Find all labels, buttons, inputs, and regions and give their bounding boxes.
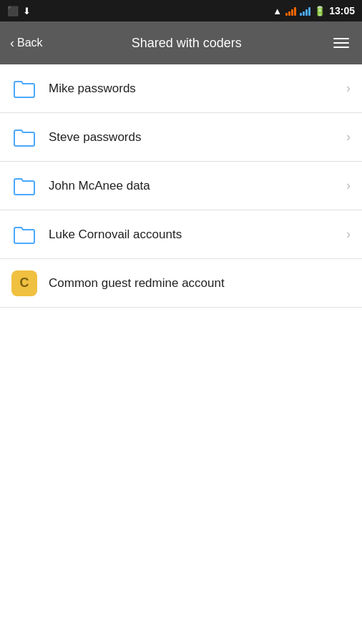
chevron-right-icon: › bbox=[346, 178, 351, 193]
credential-icon: C bbox=[11, 270, 37, 296]
list-item[interactable]: C Common guest redmine account bbox=[0, 259, 362, 308]
chevron-right-icon: › bbox=[346, 130, 351, 145]
signal-blue-icon bbox=[300, 6, 310, 16]
toolbar: ‹ Back Shared with coders bbox=[0, 21, 362, 64]
list-item[interactable]: Luke Cornovail accounts › bbox=[0, 210, 362, 259]
battery-icon: 🔋 bbox=[314, 6, 326, 16]
status-time: 13:05 bbox=[329, 5, 355, 16]
signal-orange-icon bbox=[285, 6, 296, 16]
list-container: Mike passwords › Steve passwords › John … bbox=[0, 64, 362, 308]
folder-icon bbox=[11, 76, 37, 102]
item-label: John McAnee data bbox=[49, 179, 341, 193]
page-title: Shared with coders bbox=[50, 36, 323, 51]
back-label: Back bbox=[17, 36, 43, 49]
menu-icon bbox=[333, 38, 349, 39]
screenshot-icon: ⬛ bbox=[7, 6, 19, 16]
folder-icon bbox=[11, 222, 37, 248]
item-label: Mike passwords bbox=[49, 82, 341, 96]
back-chevron-icon: ‹ bbox=[10, 36, 14, 51]
menu-icon-line3 bbox=[333, 47, 349, 48]
item-label: Luke Cornovail accounts bbox=[49, 228, 341, 242]
status-bar-left: ⬛ ⬇ bbox=[7, 6, 31, 16]
back-button[interactable]: ‹ Back bbox=[10, 36, 43, 51]
list-item[interactable]: John McAnee data › bbox=[0, 162, 362, 210]
item-label: Steve passwords bbox=[49, 130, 341, 145]
chevron-right-icon: › bbox=[346, 227, 351, 242]
folder-icon bbox=[11, 125, 37, 150]
item-label: Common guest redmine account bbox=[49, 276, 351, 291]
list-item[interactable]: Mike passwords › bbox=[0, 64, 362, 113]
folder-icon bbox=[11, 173, 37, 199]
download-icon: ⬇ bbox=[23, 6, 31, 16]
menu-button[interactable] bbox=[331, 35, 352, 51]
status-bar: ⬛ ⬇ ▲ 🔋 13:05 bbox=[0, 0, 362, 21]
wifi-icon: ▲ bbox=[273, 6, 282, 16]
menu-icon-line2 bbox=[333, 42, 349, 44]
status-bar-right: ▲ 🔋 13:05 bbox=[273, 5, 355, 16]
chevron-right-icon: › bbox=[346, 81, 351, 96]
list-item[interactable]: Steve passwords › bbox=[0, 113, 362, 162]
